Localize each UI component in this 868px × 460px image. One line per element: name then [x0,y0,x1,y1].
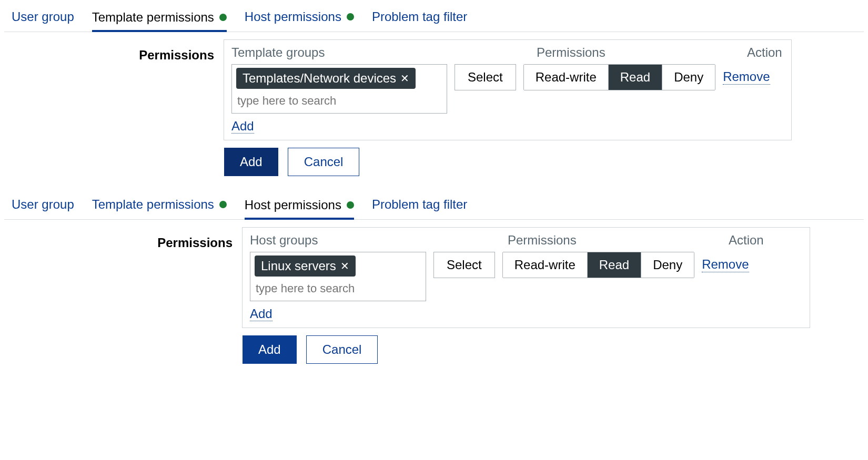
col-action-header: Action [729,233,786,248]
permissions-label: Permissions [12,39,214,63]
host-permissions-section: User group Template permissions Host per… [4,197,864,364]
permission-level-segment: Read-write Read Deny [523,64,715,90]
add-row-link[interactable]: Add [231,119,254,134]
selected-tag-label: Linux servers [261,259,336,273]
col-action-header: Action [747,45,805,60]
permission-entry: Linux servers ✕ Select Read-write Read D… [250,252,802,301]
permission-entry: Templates/Network devices ✕ Select Read-… [231,64,784,114]
col-permissions-header: Permissions [537,45,747,60]
panel-header: Host groups Permissions Action [250,233,802,248]
status-dot-icon [219,14,227,21]
add-button[interactable]: Add [243,335,297,364]
form-buttons: Add Cancel [243,335,864,364]
form-buttons: Add Cancel [224,148,864,176]
col-groups-header: Template groups [231,45,537,60]
tab-problem-tag-filter[interactable]: Problem tag filter [372,9,467,27]
cancel-button[interactable]: Cancel [306,335,378,364]
selected-tag: Templates/Network devices ✕ [236,68,416,89]
tab-host-permissions-label: Host permissions [245,9,341,24]
permissions-panel: Template groups Permissions Action Templ… [224,39,792,140]
permissions-row: Permissions Host groups Permissions Acti… [4,227,864,328]
perm-read-write[interactable]: Read-write [524,65,609,90]
status-dot-icon [347,13,354,21]
col-groups-header: Host groups [250,233,508,248]
cancel-button[interactable]: Cancel [288,148,360,176]
status-dot-icon [219,201,227,208]
remove-tag-icon[interactable]: ✕ [400,72,409,85]
permissions-panel: Host groups Permissions Action Linux ser… [242,227,810,328]
tab-user-group[interactable]: User group [12,197,74,215]
host-groups-multiselect[interactable]: Linux servers ✕ [250,252,426,301]
select-button[interactable]: Select [455,64,516,90]
group-search-input[interactable] [255,280,421,298]
group-search-input[interactable] [236,92,442,110]
permission-level-segment: Read-write Read Deny [502,252,694,278]
perm-read-write[interactable]: Read-write [503,252,588,278]
col-permissions-header: Permissions [508,233,729,248]
selected-tag: Linux servers ✕ [255,255,356,277]
perm-deny[interactable]: Deny [662,65,715,90]
select-button[interactable]: Select [433,252,495,278]
template-groups-multiselect[interactable]: Templates/Network devices ✕ [231,64,447,114]
add-button[interactable]: Add [224,148,278,176]
tab-template-permissions[interactable]: Template permissions [92,197,227,215]
template-permissions-section: User group Template permissions Host per… [4,9,864,176]
perm-deny[interactable]: Deny [641,252,694,278]
tabs: User group Template permissions Host per… [4,197,864,220]
remove-link[interactable]: Remove [723,69,770,85]
tab-template-permissions[interactable]: Template permissions [92,9,227,32]
perm-read[interactable]: Read [588,252,641,278]
permissions-label: Permissions [12,227,233,250]
tab-template-permissions-label: Template permissions [92,10,214,25]
perm-read[interactable]: Read [609,65,662,90]
permissions-row: Permissions Template groups Permissions … [4,39,864,140]
add-row-link[interactable]: Add [250,306,272,321]
tab-user-group[interactable]: User group [12,9,74,27]
panel-header: Template groups Permissions Action [231,45,784,60]
remove-tag-icon[interactable]: ✕ [340,260,349,272]
tab-host-permissions-label: Host permissions [245,198,341,212]
remove-link[interactable]: Remove [702,257,749,272]
status-dot-icon [347,201,354,209]
tab-problem-tag-filter[interactable]: Problem tag filter [372,197,467,215]
tab-host-permissions[interactable]: Host permissions [245,9,354,27]
tabs: User group Template permissions Host per… [4,9,864,32]
selected-tag-label: Templates/Network devices [243,71,396,86]
tab-template-permissions-label: Template permissions [92,197,214,212]
tab-host-permissions[interactable]: Host permissions [245,197,354,220]
